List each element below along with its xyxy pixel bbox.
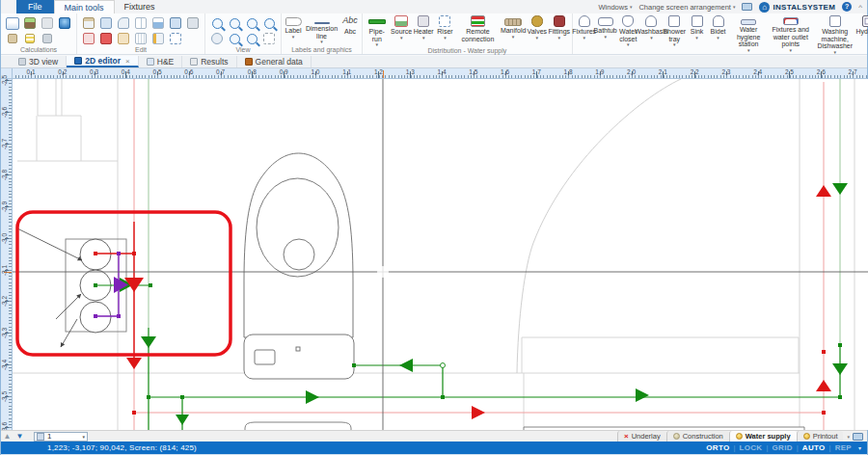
mode-orto[interactable]: ORTO [706,443,729,452]
ribbon-button-washing-machine-dishwasher[interactable]: Washing machine, Dishwasher▾ [813,13,857,54]
ribbon-button-zoom-selection[interactable] [244,16,259,30]
storey-select[interactable]: 1 ▾ [34,432,88,442]
ribbon-button-remote-connection[interactable]: Remote connection [455,13,500,42]
layer-tab-construction[interactable]: Construction [666,431,729,442]
drawing-canvas[interactable] [13,79,868,430]
storey-down-button[interactable]: ▼ [14,431,26,442]
close-icon[interactable]: × [125,57,130,66]
tab-results[interactable]: Results [182,56,236,67]
vertical-ruler[interactable]: -2,5-2,6-2,7-2,8-2,9-3,0-3,1-3,2-3,3-3,4… [1,79,13,430]
ribbon-button-gallery[interactable] [40,16,55,30]
paste-icon [83,17,95,29]
ribbon-button-label: Shower tray [663,28,686,42]
ribbon-button-split[interactable] [133,16,149,30]
ribbon-button-bathtub[interactable]: Bathtub▾ [595,13,616,39]
ribbon-button-washbasin[interactable]: Washbasin▾ [640,13,663,40]
monitor-icon[interactable] [853,433,863,441]
ribbon-button-building[interactable] [168,16,183,30]
ribbon-button-heater[interactable]: Heater▾ [413,13,435,40]
tab-2d-editor[interactable]: 2D editor× [67,56,139,67]
ribbon-button-calculation-table[interactable] [5,16,20,30]
ribbon-button-label: Fixtures and water outlet points [771,26,811,48]
layer-tab-underlay[interactable]: ×Underlay [617,431,666,442]
ribbon-button-shower-tray[interactable]: Shower tray▾ [663,13,687,46]
ribbon-button-source[interactable]: Source▾ [390,13,413,40]
pipes-cold-water[interactable] [95,79,840,430]
ribbon-button-select-all[interactable] [168,32,183,45]
ribbon-button-zoom-prev[interactable] [227,32,242,45]
help-icon[interactable]: ? [842,2,852,12]
screen-arrangement-menu[interactable]: Change screen arrangement ▾ [638,3,735,12]
tab-general-data[interactable]: General data [237,56,312,67]
layer-bar: ▲ ▼ 1 ▾ ×UnderlayConstructionWater suppl… [1,430,867,442]
windows-menu[interactable]: Windows ▾ [598,3,632,12]
ruler-label: 2,6 [817,68,826,75]
ribbon-button-viewport[interactable] [261,32,277,45]
ribbon-button-list[interactable] [22,32,38,45]
ribbon-button-undo[interactable] [116,16,131,30]
undo-icon [118,17,129,29]
ribbon-group-label: Edit [78,45,203,54]
ribbon-button-delete[interactable] [98,32,114,45]
ribbon-button-table-edit[interactable] [133,32,149,45]
ribbon-button-water-hygiene-station[interactable]: Water hygiene station▾ [729,13,769,52]
ribbon-button-layers-small[interactable] [40,32,55,45]
ribbon-button-sink[interactable]: Sink▾ [687,13,708,40]
ribbon-button-fixtures-and-water-outlet-points[interactable]: Fixtures and water outlet points▾ [769,13,813,52]
ribbon-button-eraser[interactable] [116,32,131,45]
ribbon-button-fittings[interactable]: Fittings▾ [548,13,571,40]
ribbon-button-riser[interactable]: Riser▾ [434,13,455,40]
ruler-label: -3,2 [1,286,10,317]
water-drop-icon [59,17,70,29]
ribbon-button-valves[interactable]: Valves▾ [527,13,548,40]
ribbon-button-keyboard[interactable] [185,16,201,30]
horizontal-ruler[interactable]: 0,10,20,30,40,50,60,70,80,91,01,11,21,31… [13,68,867,79]
ribbon-button-abc[interactable]: AbcAbc [339,13,361,36]
ribbon-button-stamp[interactable] [5,32,20,45]
mode-lock[interactable]: LOCK [740,443,763,452]
ribbon-button-dimension-line[interactable]: Dimension line▾ [304,13,339,43]
ribbon-group-label: Distribution - Water supply [364,46,571,55]
ribbon-button-fixtures[interactable]: Fixtures▾ [574,13,595,40]
ribbon-button-cut[interactable] [81,32,96,45]
ribbon-button-zoom-in[interactable] [209,16,225,30]
ruler-label: 0,1 [26,68,35,75]
ribbon-button-paste[interactable] [81,16,96,30]
ribbon-button-copy[interactable] [98,16,114,30]
ribbon-tab-file[interactable]: File [16,0,54,13]
chevron-down-icon[interactable]: ▾ [858,444,861,451]
ribbon-button-terrain[interactable] [22,16,38,30]
ribbon-button-pipe-run[interactable]: Pipe-run▾ [364,13,390,46]
collapse-ribbon-icon[interactable]: ^ [858,3,862,12]
ribbon-tab-fixtures[interactable]: Fixtures [115,0,165,13]
ribbon-button-zoom-next[interactable] [244,32,259,45]
tab-3d-view[interactable]: 3D view [11,56,67,67]
layer-tab-water-supply[interactable]: Water supply [729,431,797,442]
mode-auto[interactable]: AUTO [802,443,826,452]
ribbon-button-label[interactable]: Label▾ [283,13,304,39]
storey-up-button[interactable]: ▲ [1,431,14,442]
ribbon-button-zoom-extents[interactable] [261,16,277,30]
ribbon-button-label: Hydrant [856,28,868,36]
ruler-label: 0,4 [122,68,130,75]
monitor-icon[interactable] [742,3,752,11]
bottom-fixtures[interactable] [245,422,804,430]
toilet-fixture[interactable] [244,153,354,379]
tab-h-e[interactable]: H&E [139,56,182,67]
ribbon-button-level[interactable] [150,16,166,30]
mode-grid[interactable]: GRID [773,443,793,452]
pipes-hot-water[interactable] [95,79,824,430]
ribbon-button-manifold[interactable]: Manifold▾ [500,13,526,39]
ribbon-button-hydrant[interactable]: Hydrant [857,13,868,36]
ribbon-button-bidet[interactable]: Bidet▾ [708,13,729,40]
ruler-label: 0,5 [153,68,162,75]
ribbon-button-water-drop[interactable] [57,16,72,30]
ribbon-button-zoom-out[interactable] [227,16,242,30]
ribbon-button-pan[interactable] [209,32,225,45]
ribbon-button-tree[interactable] [150,32,166,45]
layer-tab-printout[interactable]: Printout [797,431,844,442]
ribbon-tab-main-tools[interactable]: Main tools [54,0,115,13]
chevron-down-icon[interactable]: ▾ [847,434,850,440]
chevron-down-icon: ▾ [583,36,585,40]
mode-rep[interactable]: REP [835,443,852,452]
